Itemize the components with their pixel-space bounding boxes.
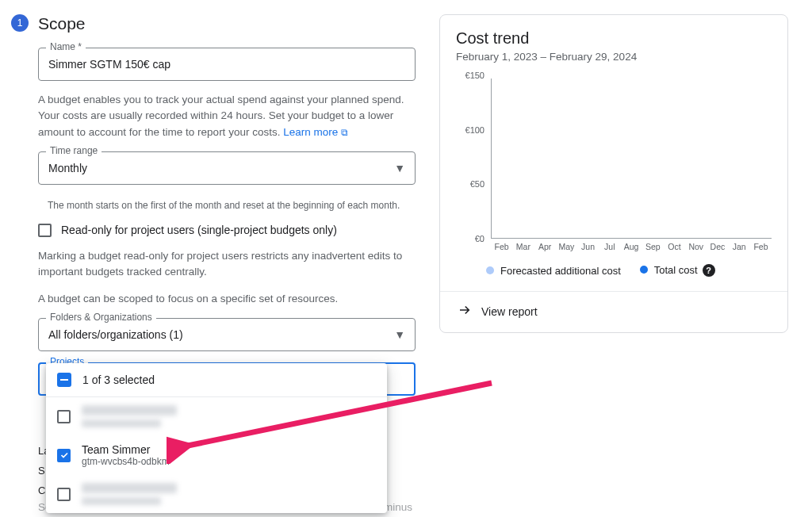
learn-more-link[interactable]: Learn more ⧉ [283, 126, 348, 138]
checkbox-icon [57, 410, 71, 423]
page-title: Scope [38, 14, 416, 33]
cost-trend-card: Cost trend February 1, 2023 – February 2… [439, 14, 788, 333]
readonly-label: Read-only for project users (single-proj… [61, 224, 337, 236]
readonly-checkbox-row[interactable]: Read-only for project users (single-proj… [38, 224, 416, 237]
projects-summary: 1 of 3 selected [82, 373, 155, 386]
checkbox-icon [57, 488, 71, 501]
external-link-icon: ⧉ [341, 127, 348, 138]
checkbox-icon [57, 449, 71, 462]
projects-dropdown-popup[interactable]: 1 of 3 selected Team Simmergtm-wvcbs4b-o… [46, 363, 387, 513]
chart-title: Cost trend [456, 29, 772, 48]
scoped-description: A budget can be scoped to focus on a spe… [38, 291, 416, 307]
chevron-down-icon: ▼ [394, 162, 405, 174]
name-field[interactable]: Name * Simmer SGTM 150€ cap [38, 48, 416, 81]
indeterminate-checkbox-icon[interactable] [57, 373, 71, 387]
time-range-field[interactable]: Time range Monthly ▼ [38, 151, 416, 185]
folders-value: All folders/organizations (1) [48, 328, 183, 341]
step-number-badge: 1 [11, 14, 29, 32]
projects-option[interactable] [46, 475, 387, 513]
projects-option[interactable]: Team Simmergtm-wvcbs4b-odbkm [46, 435, 387, 475]
folders-label: Folders & Organizations [46, 312, 156, 323]
legend-dot-forecast-icon [486, 266, 494, 274]
chevron-down-icon: ▼ [394, 328, 405, 341]
name-label: Name * [46, 41, 86, 52]
arrow-right-icon [458, 303, 472, 320]
time-range-helper: The month starts on the first of the mon… [38, 196, 416, 213]
legend-dot-total-icon [640, 266, 648, 274]
projects-option[interactable] [46, 397, 387, 435]
checkbox-icon [38, 224, 52, 237]
readonly-description: Marking a budget read-only for project u… [38, 248, 416, 281]
time-range-value: Monthly [48, 162, 87, 174]
folders-field[interactable]: Folders & Organizations All folders/orga… [38, 318, 416, 351]
name-value: Simmer SGTM 150€ cap [48, 58, 170, 71]
chart-plot-area: €150€100€50€0 FebMarAprMayJunJulAugSepOc… [456, 75, 772, 253]
chart-subtitle: February 1, 2023 – February 29, 2024 [456, 51, 772, 63]
view-report-link[interactable]: View report [456, 292, 772, 321]
time-range-label: Time range [46, 145, 102, 156]
help-icon[interactable]: ? [703, 264, 715, 277]
chart-legend: Forecasted additional cost Total cost? [456, 261, 772, 288]
budget-description: A budget enables you to track your actua… [38, 92, 416, 140]
